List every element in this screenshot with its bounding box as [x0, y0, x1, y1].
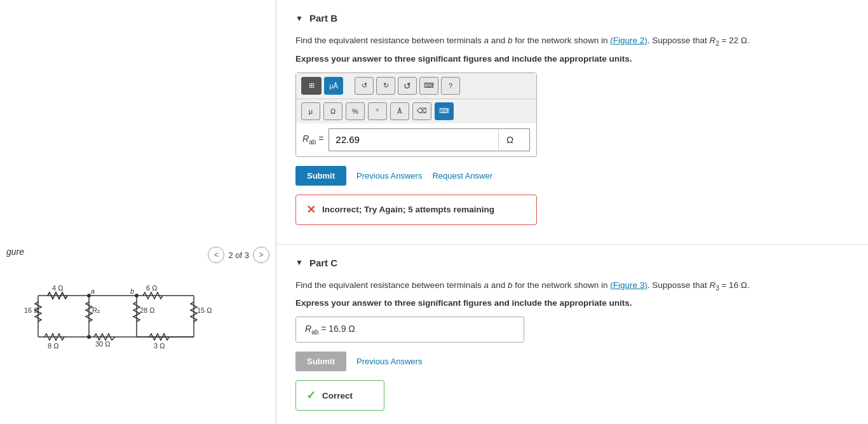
feedback-box-c: ✓ Correct [295, 380, 384, 411]
undo-btn[interactable]: ↺ [355, 77, 374, 95]
feedback-text-b: Incorrect; Try Again; 5 attempts remaini… [322, 205, 494, 214]
delete-btn[interactable]: ⌫ [412, 102, 431, 120]
svg-text:b: b [130, 287, 134, 295]
percent-btn[interactable]: % [346, 102, 365, 120]
part-c-title: Part C [309, 257, 337, 268]
figure-label: gure [6, 247, 24, 257]
feedback-text-c: Correct [322, 391, 353, 400]
part-c-section: ▼ Part C Find the equivalent resistance … [276, 245, 868, 424]
part-c-instruction: Express your answer to three significant… [295, 298, 849, 308]
svg-text:a: a [91, 287, 95, 295]
part-b-problem: Find the equivalent resistance between t… [295, 34, 849, 49]
help-btn[interactable]: ? [441, 77, 460, 95]
omega-btn[interactable]: Ω [323, 102, 342, 120]
action-row-b: Submit Previous Answers Request Answer [295, 166, 849, 186]
unit-box-b: Ω [498, 128, 530, 151]
prev-button[interactable]: < [208, 247, 224, 263]
circuit-diagram: 16 Ω 4 Ω a R₂ b 6 Ω [13, 267, 229, 369]
nav-bar: < 2 of 3 > [208, 247, 269, 263]
svg-text:4 Ω: 4 Ω [52, 284, 63, 292]
toolbar-row2: μ Ω % ° Å ⌫ ⌨ [296, 99, 536, 123]
circuit-area: 16 Ω 4 Ω a R₂ b 6 Ω [13, 267, 254, 371]
degree-btn[interactable]: ° [368, 102, 387, 120]
mu-a-btn[interactable]: μÅ [324, 77, 343, 95]
redo-btn[interactable]: ↻ [376, 77, 395, 95]
svg-point-24 [87, 335, 91, 339]
input-label-b: Rab = [302, 133, 323, 146]
refresh-btn[interactable]: ↺ [398, 77, 417, 95]
part-c-answer-value: = 16.9 Ω [318, 324, 355, 334]
x-icon-b: ✕ [306, 203, 316, 217]
request-answer-btn-b[interactable]: Request Answer [432, 171, 492, 181]
part-c-header[interactable]: ▼ Part C [295, 257, 849, 268]
figure3-link[interactable]: (Figure 3) [610, 280, 648, 290]
svg-text:8 Ω: 8 Ω [48, 342, 58, 350]
left-panel: gure < 2 of 3 > 16 Ω 4 Ω a [0, 0, 276, 424]
feedback-box-b: ✕ Incorrect; Try Again; 5 attempts remai… [295, 195, 537, 225]
svg-text:15 Ω: 15 Ω [197, 306, 212, 314]
part-c-answer-display: Rab = 16.9 Ω [295, 317, 524, 343]
keyboard-btn[interactable]: ⌨ [419, 77, 438, 95]
template-btn[interactable]: ⊞ [301, 77, 322, 95]
right-panel: ▼ Part B Find the equivalent resistance … [276, 0, 868, 424]
next-button[interactable]: > [253, 247, 269, 263]
part-b-title: Part B [309, 13, 337, 24]
input-row-b: Rab = Ω [296, 123, 536, 156]
toolbar-row1: ⊞ μÅ ↺ ↻ ↺ ⌨ ? [296, 73, 536, 99]
part-b-instruction: Express your answer to three significant… [295, 54, 849, 64]
mu-btn[interactable]: μ [301, 102, 320, 120]
submit-btn-b[interactable]: Submit [295, 166, 346, 186]
part-b-arrow: ▼ [295, 14, 303, 23]
action-row-c: Submit Previous Answers [295, 352, 849, 371]
math-editor-b: ⊞ μÅ ↺ ↻ ↺ ⌨ ? μ Ω % ° Å ⌫ ⌨ Rab = [295, 72, 537, 157]
previous-answers-btn-c[interactable]: Previous Answers [356, 357, 422, 366]
previous-answers-btn-b[interactable]: Previous Answers [356, 171, 422, 181]
svg-text:6 Ω: 6 Ω [146, 284, 157, 292]
page-label: 2 of 3 [228, 250, 249, 260]
figure2-link[interactable]: (Figure 2) [610, 36, 648, 45]
kbd2-btn[interactable]: ⌨ [435, 102, 454, 120]
svg-text:16 Ω: 16 Ω [24, 306, 39, 314]
check-icon-c: ✓ [306, 388, 316, 402]
svg-text:28 Ω: 28 Ω [140, 306, 155, 314]
part-b-header[interactable]: ▼ Part B [295, 13, 849, 24]
svg-text:30 Ω: 30 Ω [95, 340, 111, 348]
angstrom-btn[interactable]: Å [390, 102, 409, 120]
part-b-section: ▼ Part B Find the equivalent resistance … [276, 0, 868, 245]
part-c-problem: Find the equivalent resistance between t… [295, 278, 849, 294]
svg-text:3 Ω: 3 Ω [154, 342, 165, 350]
svg-text:R₂: R₂ [92, 306, 100, 314]
submit-btn-c[interactable]: Submit [295, 352, 346, 371]
answer-input-b[interactable] [329, 128, 498, 151]
part-c-arrow: ▼ [295, 258, 303, 267]
